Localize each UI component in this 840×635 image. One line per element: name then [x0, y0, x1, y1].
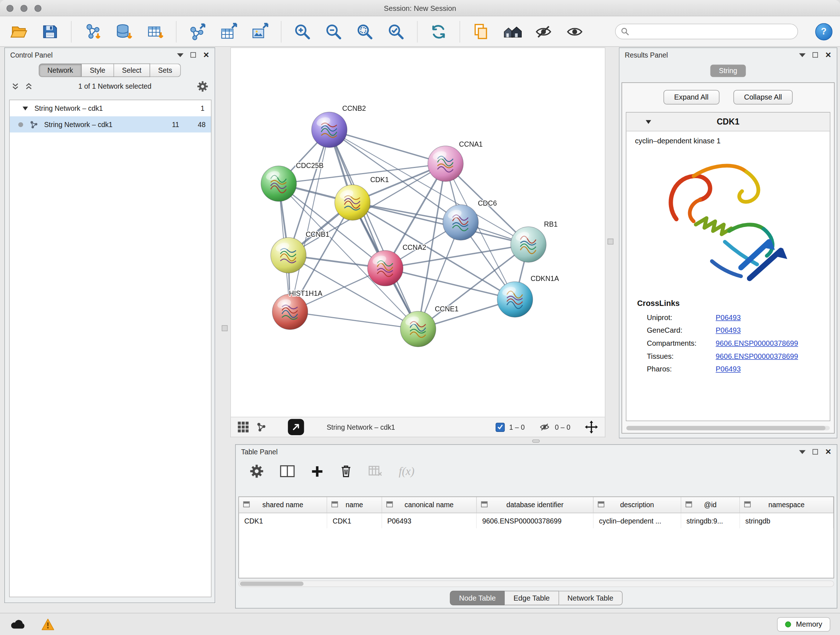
column-header-canonical-name[interactable]: canonical name [382, 497, 477, 513]
network-node-CCNE1[interactable] [401, 311, 436, 347]
export-view-button[interactable] [288, 419, 304, 435]
export-image-button[interactable] [248, 19, 271, 43]
network-node-HIST1H1A[interactable] [272, 294, 308, 329]
network-view[interactable]: CCNB2CCNA1CDC25BCDK1CDC6RB1CCNB1CCNA2CDK… [231, 48, 606, 417]
column-header-shared-name[interactable]: shared name [239, 497, 327, 513]
tab-sets[interactable]: Sets [150, 64, 181, 77]
import-network-database-button[interactable] [112, 19, 135, 43]
column-header-description[interactable]: description [593, 497, 681, 513]
open-session-button[interactable] [8, 19, 30, 43]
network-node-CCNB2[interactable] [311, 112, 347, 147]
table-cell[interactable]: 9606.ENSP00000378699 [477, 513, 593, 528]
network-node-CDC25B[interactable] [261, 166, 296, 201]
delete-column-trash-icon[interactable] [340, 464, 353, 478]
import-table-file-button[interactable] [144, 19, 166, 43]
float-panel-icon[interactable] [799, 53, 806, 57]
network-options-gear-icon[interactable] [197, 80, 208, 92]
maximize-panel-icon[interactable] [191, 52, 196, 57]
network-node-CDK1[interactable] [335, 185, 370, 220]
tab-network[interactable]: Network [39, 64, 82, 77]
hidden-elements-icon[interactable] [538, 422, 551, 432]
zoom-fit-button[interactable] [354, 19, 376, 43]
tab-edge-table[interactable]: Edge Table [505, 591, 559, 605]
column-header-namespace[interactable]: namespace [740, 497, 834, 513]
close-panel-icon[interactable]: ✕ [203, 51, 209, 59]
column-header-name[interactable]: name [327, 497, 382, 513]
apply-layout-button[interactable] [427, 19, 450, 43]
crosslink-link[interactable]: 9606.ENSP00000378699 [715, 339, 798, 347]
column-header--id[interactable]: @id [681, 497, 740, 513]
zoom-out-button[interactable] [322, 19, 345, 43]
memory-button[interactable]: Memory [777, 617, 830, 631]
network-edge-CCNA2-CDKN1A[interactable] [385, 268, 515, 299]
collapse-all-button[interactable]: Collapse All [733, 90, 793, 104]
network-node-CCNB1[interactable] [271, 238, 306, 273]
zoom-in-button[interactable] [291, 19, 314, 43]
hide-graphics-details-button[interactable] [532, 19, 554, 43]
expand-all-button[interactable]: Expand All [663, 90, 719, 104]
tree-item-network-collection[interactable]: String Network – cdk1 1 [10, 100, 211, 117]
birds-eye-view-icon[interactable] [237, 421, 249, 433]
copy-document-button[interactable] [470, 19, 493, 43]
tab-string[interactable]: String [711, 65, 746, 77]
tab-node-table[interactable]: Node Table [450, 591, 505, 605]
collection-disclosure-icon[interactable] [22, 106, 28, 110]
warning-icon[interactable] [41, 618, 55, 630]
home-networks-button[interactable] [501, 19, 523, 43]
add-column-icon[interactable] [311, 465, 324, 477]
close-panel-icon[interactable]: ✕ [825, 51, 831, 59]
network-edge-CCNB2-CCNA1[interactable] [329, 130, 445, 164]
crosslink-link[interactable]: P06493 [715, 365, 741, 373]
network-overview-icon[interactable] [256, 422, 267, 432]
table-cell[interactable]: cyclin–dependent ... [593, 513, 681, 528]
node-details-header[interactable]: CDK1 [626, 112, 829, 131]
save-session-button[interactable] [39, 19, 61, 43]
close-panel-icon[interactable]: ✕ [825, 448, 831, 456]
tab-style[interactable]: Style [82, 64, 114, 77]
entry-disclosure-icon[interactable] [646, 120, 651, 124]
network-graph[interactable]: CCNB2CCNA1CDC25BCDK1CDC6RB1CCNB1CCNA2CDK… [231, 48, 605, 417]
horizontal-splitter-handle[interactable] [532, 440, 540, 443]
zoom-selected-button[interactable] [385, 19, 407, 43]
table-options-gear-icon[interactable] [249, 464, 264, 478]
export-table-button[interactable] [218, 19, 240, 43]
network-node-CDKN1A[interactable] [497, 282, 532, 317]
scrollbar-thumb[interactable] [626, 426, 826, 431]
table-cell[interactable]: P06493 [382, 513, 477, 528]
export-network-button[interactable] [186, 19, 209, 43]
network-edge-HIST1H1A-CCNE1[interactable] [290, 312, 418, 329]
crosslink-link[interactable]: P06493 [715, 326, 741, 334]
float-panel-icon[interactable] [799, 450, 806, 454]
column-header-database-identifier[interactable]: database identifier [477, 497, 593, 513]
tab-network-table[interactable]: Network Table [559, 591, 622, 605]
show-columns-icon[interactable] [280, 465, 295, 478]
table-row[interactable]: CDK1CDK1P064939606.ENSP00000378699cyclin… [239, 513, 833, 528]
network-node-CDC6[interactable] [443, 204, 478, 240]
show-graphics-details-button[interactable] [563, 19, 586, 43]
table-cell[interactable]: CDK1 [239, 513, 327, 528]
scrollbar-thumb[interactable] [240, 582, 303, 586]
search-box[interactable] [615, 24, 798, 39]
selected-nodes-checkbox[interactable] [496, 423, 505, 432]
maximize-panel-icon[interactable] [813, 52, 818, 57]
cloud-icon[interactable] [10, 618, 27, 630]
network-node-CCNA2[interactable] [368, 250, 403, 286]
fit-selected-crosshair-icon[interactable] [584, 420, 598, 434]
import-network-file-button[interactable] [81, 19, 104, 43]
table-cell[interactable]: CDK1 [327, 513, 382, 528]
right-splitter-handle[interactable] [607, 239, 613, 244]
crosslink-link[interactable]: 9606.ENSP00000378699 [715, 352, 798, 360]
tab-select[interactable]: Select [114, 64, 150, 77]
crosslink-link[interactable]: P06493 [715, 313, 741, 321]
collapse-all-networks-icon[interactable] [11, 82, 19, 90]
help-button[interactable]: ? [815, 23, 833, 40]
network-node-RB1[interactable] [511, 226, 546, 262]
results-horizontal-scrollbar[interactable] [626, 426, 829, 431]
network-node-CCNA1[interactable] [428, 146, 463, 181]
network-edge-CCNB2-HIST1H1A[interactable] [290, 130, 330, 312]
network-edge-CCNB2-CCNE1[interactable] [329, 130, 418, 329]
table-cell[interactable]: stringdb:9... [681, 513, 740, 528]
float-panel-icon[interactable] [177, 53, 184, 57]
expand-all-networks-icon[interactable] [25, 82, 33, 90]
left-splitter-handle[interactable] [222, 325, 227, 331]
